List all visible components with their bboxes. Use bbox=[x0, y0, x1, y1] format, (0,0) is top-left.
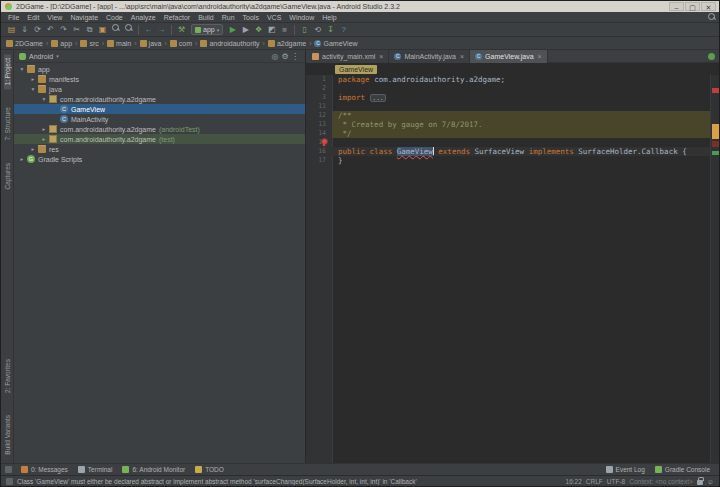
find-icon[interactable] bbox=[109, 24, 122, 36]
gradle-console-button[interactable]: Gradle Console bbox=[650, 464, 715, 476]
replace-icon[interactable] bbox=[122, 24, 135, 36]
tree-item-com-androidauthority-a2dgame-androidtest[interactable]: ▸com.androidauthority.a2dgame(androidTes… bbox=[14, 124, 305, 134]
code-editor[interactable]: 1package com.androidauthority.a2dgame;23… bbox=[306, 75, 719, 463]
tree-item-app[interactable]: ▾app bbox=[14, 64, 305, 74]
stop-icon[interactable]: ■ bbox=[278, 24, 291, 36]
readonly-lock-icon[interactable] bbox=[697, 480, 703, 485]
messages-button[interactable]: 0: Messages bbox=[16, 464, 73, 476]
caret-position[interactable]: 16:22 bbox=[566, 478, 582, 485]
menu-window[interactable]: Window bbox=[285, 12, 318, 23]
menu-run[interactable]: Run bbox=[218, 12, 239, 23]
encoding-indicator[interactable]: UTF-8 bbox=[607, 478, 625, 485]
save-all-icon[interactable]: ⇓ bbox=[18, 24, 31, 36]
menu-edit[interactable]: Edit bbox=[23, 12, 43, 23]
tree-item-res[interactable]: ▸res bbox=[14, 144, 305, 154]
gutter-line-number[interactable]: 11 bbox=[306, 102, 332, 111]
more-icon[interactable]: ⋮ bbox=[290, 52, 300, 61]
tree-item-gradle-scripts[interactable]: ▸GGradle Scripts bbox=[14, 154, 305, 164]
menu-refactor[interactable]: Refactor bbox=[160, 12, 194, 23]
close-icon[interactable]: × bbox=[460, 53, 464, 60]
menu-code[interactable]: Code bbox=[102, 12, 127, 23]
line-ending-indicator[interactable]: CRLF bbox=[586, 478, 603, 485]
run-icon[interactable]: ▶ bbox=[226, 24, 239, 36]
redo-icon[interactable]: ↷ bbox=[57, 24, 70, 36]
search-everywhere-icon[interactable] bbox=[708, 13, 716, 21]
close-button[interactable]: ✕ bbox=[701, 2, 716, 11]
maximize-button[interactable]: ▢ bbox=[685, 2, 700, 11]
todo-button[interactable]: TODO bbox=[190, 464, 229, 476]
gutter-line-number[interactable]: 16 bbox=[306, 147, 332, 156]
hector-inspector-icon[interactable]: ☺ bbox=[707, 477, 714, 486]
breadcrumb-item-a2dgame[interactable]: a2dgame bbox=[268, 40, 306, 47]
tool-button-captures[interactable]: Captures bbox=[4, 159, 11, 193]
tool-button-project[interactable]: 1: Project bbox=[4, 54, 11, 89]
tab-gameview-java[interactable]: CGameView.java× bbox=[470, 50, 548, 63]
close-icon[interactable]: × bbox=[538, 53, 542, 60]
menu-build[interactable]: Build bbox=[194, 12, 218, 23]
tree-item-com-androidauthority-a2dgame[interactable]: ▾com.androidauthority.a2dgame bbox=[14, 94, 305, 104]
gutter-line-number[interactable]: 2 bbox=[306, 84, 332, 93]
stripe-mark-dark-red[interactable] bbox=[712, 141, 719, 147]
breadcrumb-item-androidauthority[interactable]: androidauthority bbox=[200, 40, 259, 47]
gutter-line-number[interactable]: 17 bbox=[306, 156, 332, 165]
tab-activity-main-xml[interactable]: activity_main.xml× bbox=[307, 50, 389, 63]
menu-help[interactable]: Help bbox=[318, 12, 340, 23]
help-icon[interactable]: ? bbox=[337, 24, 350, 36]
locate-icon[interactable]: ◎ bbox=[270, 52, 280, 61]
breadcrumb-item-src[interactable]: src bbox=[80, 40, 98, 47]
attach-debugger-icon[interactable]: ▶ bbox=[239, 24, 252, 36]
tree-item-java[interactable]: ▾java bbox=[14, 84, 305, 94]
tree-item-manifests[interactable]: ▸manifests bbox=[14, 74, 305, 84]
inspections-status-icon[interactable] bbox=[708, 53, 715, 60]
breadcrumb-item-com[interactable]: com bbox=[170, 40, 192, 47]
tool-button-build-variants[interactable]: Build Variants bbox=[4, 411, 11, 459]
menu-view[interactable]: View bbox=[43, 12, 66, 23]
gutter-line-number[interactable]: 1 bbox=[306, 75, 332, 84]
close-icon[interactable]: × bbox=[379, 53, 383, 60]
open-icon[interactable]: ▤ bbox=[5, 24, 18, 36]
avd-manager-icon[interactable]: ▯ bbox=[298, 24, 311, 36]
gutter-line-number[interactable]: 13 bbox=[306, 120, 332, 129]
stripe-mark-warning-yellow[interactable] bbox=[712, 124, 719, 139]
debug-icon[interactable]: ❖ bbox=[252, 24, 265, 36]
code-lines[interactable]: 1package com.androidauthority.a2dgame;23… bbox=[306, 75, 710, 463]
breadcrumb-class-chip[interactable]: GameView bbox=[335, 65, 377, 74]
back-icon[interactable]: ← bbox=[142, 24, 155, 36]
paste-icon[interactable]: ▣ bbox=[96, 24, 109, 36]
tree-item-mainactivity[interactable]: CMainActivity bbox=[14, 114, 305, 124]
tab-mainactivity-java[interactable]: CMainActivity.java× bbox=[389, 50, 470, 63]
sync-icon[interactable]: ⟳ bbox=[31, 24, 44, 36]
tree-item-com-androidauthority-a2dgame-test[interactable]: ▸com.androidauthority.a2dgame(test) bbox=[14, 134, 305, 144]
minimize-button[interactable]: – bbox=[669, 2, 684, 11]
breadcrumb-item-app[interactable]: app bbox=[51, 40, 72, 47]
breadcrumb-item-java[interactable]: java bbox=[140, 40, 162, 47]
tool-button-structure[interactable]: 7: Structure bbox=[4, 103, 11, 145]
project-view-selector[interactable]: Android bbox=[29, 53, 53, 60]
breadcrumb-item-gameview[interactable]: CGameView bbox=[314, 40, 357, 47]
undo-icon[interactable]: ↶ bbox=[44, 24, 57, 36]
coverage-icon[interactable]: ◩ bbox=[265, 24, 278, 36]
cut-icon[interactable]: ✂ bbox=[70, 24, 83, 36]
gutter-line-number[interactable]: 14 bbox=[306, 129, 332, 138]
terminal-button[interactable]: Terminal bbox=[73, 464, 118, 476]
menu-file[interactable]: File bbox=[4, 12, 23, 23]
forward-icon[interactable]: → bbox=[155, 24, 168, 36]
menu-vcs[interactable]: VCS bbox=[263, 12, 285, 23]
stripe-mark-green[interactable] bbox=[712, 151, 719, 155]
tool-button-favorites[interactable]: 2: Favorites bbox=[4, 355, 11, 397]
copy-icon[interactable]: ⧉ bbox=[83, 24, 96, 36]
tree-item-gameview[interactable]: CGameView bbox=[14, 104, 305, 114]
quick-access-icon[interactable] bbox=[5, 466, 12, 473]
sync-project-icon[interactable]: ⟲ bbox=[311, 24, 324, 36]
build-hammer-icon[interactable]: ⚒ bbox=[175, 24, 188, 36]
gutter-line-number[interactable]: 15 bbox=[306, 138, 332, 147]
context-indicator[interactable]: Context: <no context> bbox=[629, 478, 693, 485]
menu-navigate[interactable]: Navigate bbox=[66, 12, 102, 23]
menu-tools[interactable]: Tools bbox=[239, 12, 263, 23]
android-monitor-button[interactable]: 6: Android Monitor bbox=[117, 464, 190, 476]
sdk-manager-icon[interactable]: ↧ bbox=[324, 24, 337, 36]
breadcrumb-item-main[interactable]: main bbox=[107, 40, 131, 47]
menu-analyze[interactable]: Analyze bbox=[127, 12, 160, 23]
error-stripe[interactable] bbox=[710, 75, 719, 463]
event-log-button[interactable]: Event Log bbox=[601, 464, 650, 476]
